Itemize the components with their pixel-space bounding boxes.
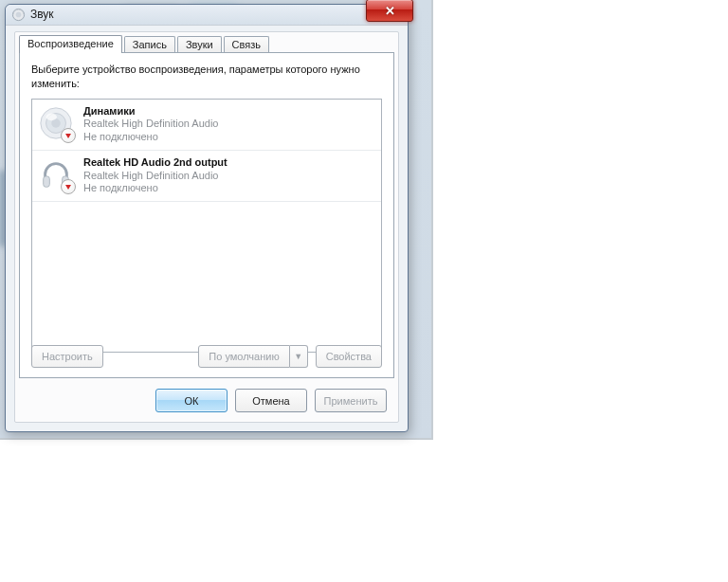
properties-button[interactable]: Свойства [316, 345, 382, 368]
configure-button[interactable]: Настроить [31, 345, 103, 368]
sound-dialog: Звук ✕ Воспроизведение Запись Звуки Связ… [5, 4, 409, 432]
titlebar[interactable]: Звук ✕ [6, 5, 408, 26]
instruction-text: Выберите устройство воспроизведения, пар… [31, 63, 382, 91]
device-item[interactable]: Динамики Realtek High Definition Audio Н… [32, 100, 381, 151]
device-list[interactable]: Динамики Realtek High Definition Audio Н… [31, 99, 382, 353]
cancel-button[interactable]: Отмена [235, 389, 307, 412]
close-icon: ✕ [385, 4, 395, 18]
close-button[interactable]: ✕ [366, 0, 413, 22]
device-status: Не подключено [83, 182, 228, 195]
dialog-button-row: ОК Отмена Применить [155, 389, 387, 412]
device-text: Динамики Realtek High Definition Audio Н… [83, 105, 218, 144]
ok-button[interactable]: ОК [155, 389, 228, 412]
device-driver: Realtek High Definition Audio [83, 118, 218, 131]
svg-point-5 [46, 113, 57, 120]
device-name: Динамики [83, 105, 218, 118]
device-driver: Realtek High Definition Audio [83, 170, 228, 183]
device-text: Realtek HD Audio 2nd output Realtek High… [83, 156, 228, 195]
window-title: Звук [30, 8, 54, 21]
tab-playback[interactable]: Воспроизведение [19, 35, 122, 53]
svg-point-1 [16, 12, 22, 18]
client-area: Воспроизведение Запись Звуки Связь Выбер… [14, 31, 399, 423]
panel-button-row: Настроить По умолчанию ▼ Свойства [31, 345, 382, 368]
status-down-icon [61, 128, 76, 143]
device-status: Не подключено [83, 131, 218, 144]
device-name: Realtek HD Audio 2nd output [83, 156, 228, 170]
speaker-icon [38, 105, 74, 141]
tab-strip: Воспроизведение Запись Звуки Связь [19, 35, 271, 53]
device-item[interactable]: Realtek HD Audio 2nd output Realtek High… [32, 151, 381, 202]
svg-rect-6 [44, 176, 50, 187]
set-default-button[interactable]: По умолчанию [198, 345, 289, 368]
chevron-down-icon[interactable]: ▼ [290, 345, 308, 368]
set-default-split-button[interactable]: По умолчанию ▼ [198, 345, 307, 368]
playback-panel: Выберите устройство воспроизведения, пар… [19, 52, 394, 378]
status-down-icon [61, 179, 76, 194]
sound-icon [11, 8, 26, 22]
apply-button[interactable]: Применить [315, 389, 387, 412]
headphones-icon [38, 156, 74, 192]
